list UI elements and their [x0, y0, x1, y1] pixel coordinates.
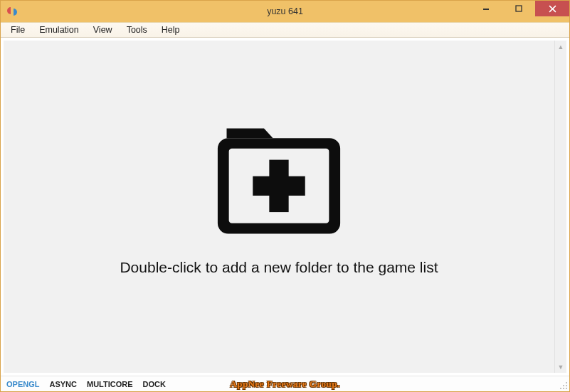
status-async[interactable]: ASYNC: [49, 380, 77, 388]
hint-text: Double-click to add a new folder to the …: [120, 259, 438, 276]
menu-help[interactable]: Help: [154, 23, 187, 36]
minimize-button[interactable]: [470, 1, 502, 16]
menu-view[interactable]: View: [86, 23, 120, 36]
content-area: Double-click to add a new folder to the …: [3, 40, 567, 374]
scroll-down-arrow-icon[interactable]: ▼: [555, 361, 566, 373]
add-folder-icon: [204, 117, 354, 245]
status-opengl[interactable]: OPENGL: [6, 380, 39, 388]
window-title: yuzu 641: [267, 6, 303, 16]
menu-emulation[interactable]: Emulation: [32, 23, 86, 36]
scroll-up-arrow-icon[interactable]: ▲: [555, 41, 566, 53]
app-icon: [6, 6, 18, 17]
watermark: AppNee Freeware Group.: [230, 378, 339, 390]
svg-point-8: [566, 385, 567, 386]
svg-rect-5: [253, 176, 305, 195]
maximize-button[interactable]: [502, 1, 535, 16]
status-multicore[interactable]: MULTICORE: [87, 380, 133, 388]
menubar: File Emulation View Tools Help: [1, 22, 569, 38]
close-button[interactable]: [535, 1, 569, 16]
status-dock[interactable]: DOCK: [143, 380, 166, 388]
window-controls: [470, 1, 569, 16]
svg-point-6: [566, 382, 567, 383]
svg-point-7: [563, 385, 564, 386]
menu-file[interactable]: File: [4, 23, 32, 36]
svg-rect-0: [483, 9, 489, 10]
svg-point-10: [563, 388, 564, 389]
menu-tools[interactable]: Tools: [120, 23, 154, 36]
resize-grip-icon[interactable]: [558, 380, 568, 390]
game-list-placeholder[interactable]: Double-click to add a new folder to the …: [4, 41, 554, 373]
titlebar[interactable]: yuzu 641: [1, 1, 569, 22]
svg-point-9: [560, 388, 561, 389]
vertical-scrollbar[interactable]: ▲ ▼: [554, 41, 566, 373]
app-window: yuzu 641 File Emulation View Tools Help: [0, 0, 570, 392]
svg-rect-1: [516, 6, 522, 11]
svg-point-11: [566, 388, 567, 389]
statusbar: OPENGL ASYNC MULTICORE DOCK AppNee Freew…: [1, 376, 569, 391]
